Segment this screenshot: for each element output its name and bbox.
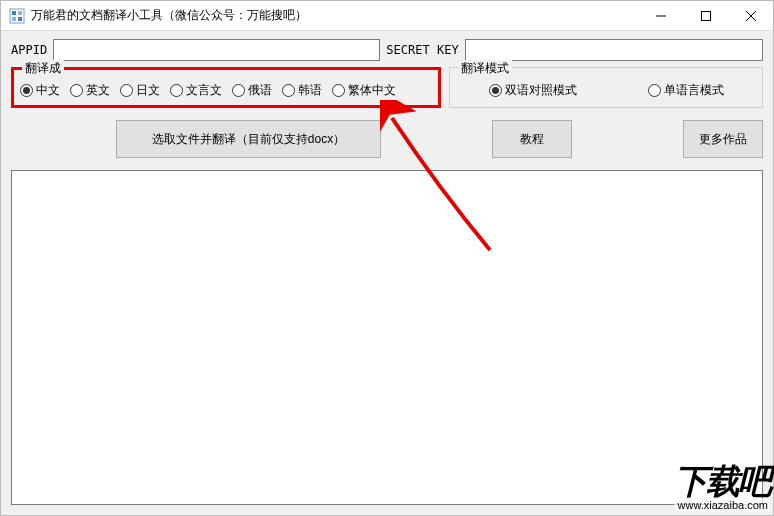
window-title: 万能君的文档翻译小工具（微信公众号：万能搜吧） [31,7,638,24]
secret-key-label: SECRET KEY [386,43,458,57]
radio-icon [282,84,295,97]
buttons-row: 选取文件并翻译（目前仅支持docx） 教程 更多作品 [11,120,763,158]
content-area: APPID SECRET KEY 翻译成 中文英文日文文言文俄语韩语繁体中文 翻… [1,31,773,515]
secret-key-input[interactable] [465,39,763,61]
close-button[interactable] [728,1,773,30]
more-works-button[interactable]: 更多作品 [683,120,763,158]
radio-icon [170,84,183,97]
radio-label: 中文 [36,82,60,99]
translate-to-option-5[interactable]: 韩语 [282,82,322,99]
radio-label: 单语言模式 [664,82,724,99]
radio-label: 文言文 [186,82,222,99]
translate-to-radios: 中文英文日文文言文俄语韩语繁体中文 [20,82,432,99]
svg-rect-6 [701,11,710,20]
credentials-row: APPID SECRET KEY [11,39,763,61]
radio-label: 双语对照模式 [505,82,577,99]
svg-rect-1 [12,11,16,15]
output-textarea[interactable] [11,170,763,505]
svg-rect-3 [12,17,16,21]
radio-icon [120,84,133,97]
tutorial-button[interactable]: 教程 [492,120,572,158]
radio-label: 英文 [86,82,110,99]
maximize-button[interactable] [683,1,728,30]
translate-mode-legend: 翻译模式 [458,60,512,77]
radio-icon [70,84,83,97]
translate-to-option-1[interactable]: 英文 [70,82,110,99]
translate-to-option-4[interactable]: 俄语 [232,82,272,99]
radio-label: 韩语 [298,82,322,99]
translate-to-option-0[interactable]: 中文 [20,82,60,99]
titlebar: 万能君的文档翻译小工具（微信公众号：万能搜吧） [1,1,773,31]
svg-rect-2 [18,11,22,15]
translate-mode-option-1[interactable]: 单语言模式 [648,82,724,99]
app-window: 万能君的文档翻译小工具（微信公众号：万能搜吧） APPID SECRET KEY… [0,0,774,516]
radio-icon [332,84,345,97]
translate-to-option-2[interactable]: 日文 [120,82,160,99]
select-file-translate-button[interactable]: 选取文件并翻译（目前仅支持docx） [116,120,381,158]
radio-icon [648,84,661,97]
radio-icon [489,84,502,97]
window-controls [638,1,773,30]
translate-mode-group: 翻译模式 双语对照模式单语言模式 [449,67,763,108]
radio-icon [20,84,33,97]
radio-label: 繁体中文 [348,82,396,99]
translate-to-option-3[interactable]: 文言文 [170,82,222,99]
appid-label: APPID [11,43,47,57]
appid-input[interactable] [53,39,380,61]
app-icon [9,8,25,24]
options-row: 翻译成 中文英文日文文言文俄语韩语繁体中文 翻译模式 双语对照模式单语言模式 [11,67,763,108]
radio-icon [232,84,245,97]
translate-mode-radios: 双语对照模式单语言模式 [458,82,754,99]
translate-to-legend: 翻译成 [22,60,64,77]
minimize-button[interactable] [638,1,683,30]
translate-mode-option-0[interactable]: 双语对照模式 [489,82,577,99]
svg-rect-4 [18,17,22,21]
radio-label: 俄语 [248,82,272,99]
translate-to-option-6[interactable]: 繁体中文 [332,82,396,99]
radio-label: 日文 [136,82,160,99]
translate-to-group: 翻译成 中文英文日文文言文俄语韩语繁体中文 [11,67,441,108]
